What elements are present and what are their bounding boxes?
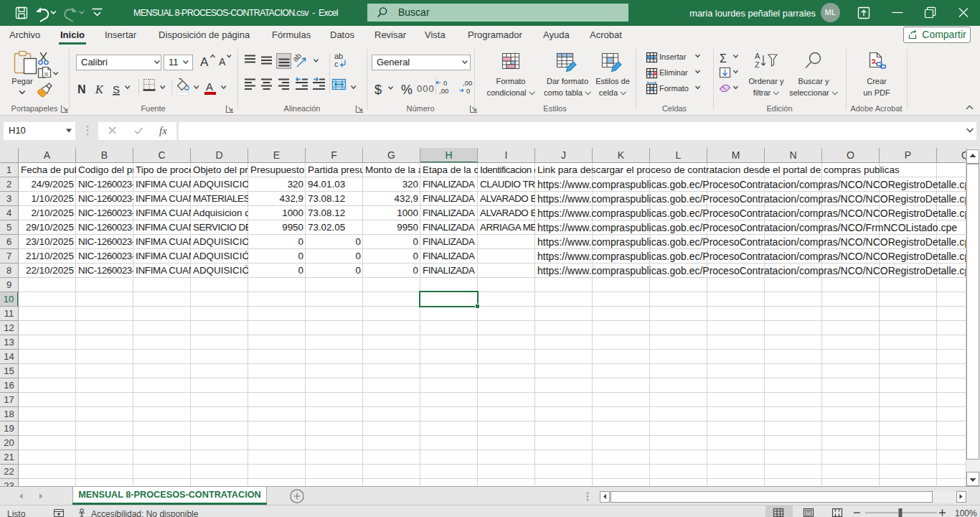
svg-text:000: 000 [417, 83, 435, 94]
svg-text:%: % [401, 83, 413, 97]
svg-text:Σ: Σ [720, 52, 727, 65]
svg-text:0: 0 [466, 87, 470, 95]
svg-text:A: A [219, 56, 226, 67]
svg-text:$: $ [374, 83, 382, 97]
svg-text:N: N [77, 83, 86, 96]
svg-text:,00: ,00 [463, 79, 472, 87]
svg-text:c: c [334, 60, 339, 68]
svg-text:0: 0 [443, 79, 447, 87]
svg-text:A: A [206, 80, 213, 93]
svg-text:A: A [755, 52, 760, 60]
svg-text:Z: Z [755, 60, 760, 69]
svg-text:A: A [200, 55, 209, 69]
svg-text:ab: ab [291, 51, 303, 63]
svg-text:K: K [95, 83, 104, 96]
svg-text:fx: fx [159, 125, 167, 136]
svg-text:S: S [113, 83, 120, 96]
svg-text:,00: ,00 [439, 87, 448, 95]
